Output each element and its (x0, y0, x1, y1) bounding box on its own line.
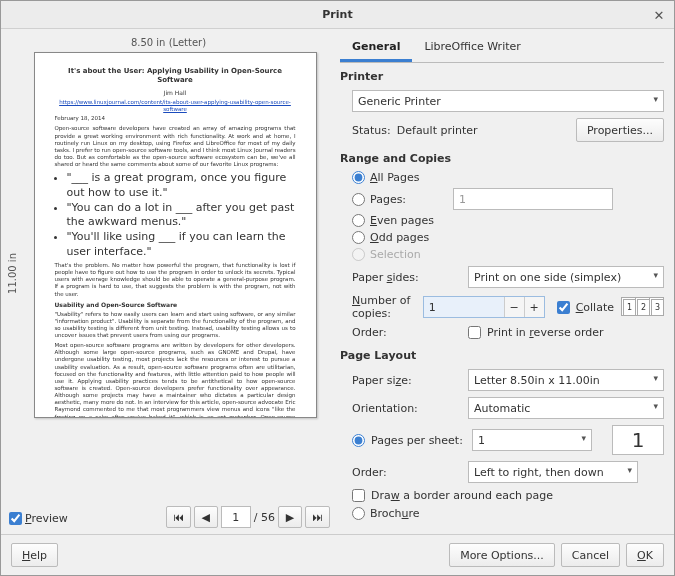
cancel-button[interactable]: Cancel (561, 543, 620, 567)
status-value: Default printer (397, 124, 478, 137)
radio-pages[interactable] (352, 193, 365, 206)
doc-bullets: "___ is a great program, once you figure… (67, 171, 296, 259)
collate-label: Collate (576, 301, 614, 314)
doc-link: https://www.linuxjournal.com/content/its… (55, 99, 296, 113)
settings-pane: General LibreOffice Writer Printer Gener… (336, 29, 674, 534)
orientation-label: Orientation: (352, 402, 462, 415)
doc-author: Jim Hall (55, 89, 296, 97)
copies-label: Number of copies: (352, 294, 417, 320)
preview-pane: 8.50 in (Letter) 11.00 in It's about the… (1, 29, 336, 534)
radio-all-pages[interactable] (352, 171, 365, 184)
layout-order-label: Order: (352, 466, 462, 479)
help-button[interactable]: Help (11, 543, 58, 567)
copies-stepper[interactable]: − + (423, 296, 545, 318)
layout-order-select[interactable]: Left to right, then down (468, 461, 638, 483)
tab-general[interactable]: General (340, 33, 412, 62)
paper-size-select[interactable]: Letter 8.50in x 11.00in (468, 369, 664, 391)
page-preview: It's about the User: Applying Usability … (34, 52, 317, 418)
dialog-footer: Help More Options... Cancel OK (1, 534, 674, 575)
nav-last-button[interactable]: ⏭ (305, 506, 330, 528)
properties-button[interactable]: Properties... (576, 118, 664, 142)
orientation-select[interactable]: Automatic (468, 397, 664, 419)
doc-p4: Most open-source software programs are w… (55, 342, 296, 418)
reverse-label: Print in reverse order (487, 326, 604, 339)
collate-icon: 123 (623, 299, 664, 316)
doc-p1: Open-source software developers have cre… (55, 125, 296, 168)
radio-odd[interactable] (352, 231, 365, 244)
ok-button[interactable]: OK (626, 543, 664, 567)
tab-writer[interactable]: LibreOffice Writer (412, 33, 532, 62)
collate-checkbox[interactable] (557, 301, 570, 314)
pages-input[interactable] (453, 188, 613, 210)
nav-prev-button[interactable]: ◀ (194, 506, 218, 528)
paper-sides-select[interactable]: Print on one side (simplex) (468, 266, 664, 288)
next-icon: ▶ (286, 511, 294, 524)
order-label: Order: (352, 326, 462, 339)
paper-size-label: Paper size: (352, 374, 462, 387)
pps-label: Pages per sheet: (371, 434, 466, 447)
radio-selection-label: Selection (370, 248, 421, 261)
first-icon: ⏮ (173, 511, 184, 524)
titlebar: Print ✕ (1, 1, 674, 29)
doc-p3: "Usability" refers to how easily users c… (55, 311, 296, 340)
doc-date: February 18, 2014 (55, 115, 296, 122)
border-label: Draw a border around each page (371, 489, 553, 502)
ruler-width: 8.50 in (Letter) (7, 37, 330, 48)
radio-even-label: Even pages (370, 214, 434, 227)
radio-selection (352, 248, 365, 261)
preview-nav: Preview ⏮ ◀ / 56 ▶ ⏭ (7, 506, 330, 528)
radio-pages-label: Pages: (370, 193, 448, 206)
window-title: Print (322, 8, 352, 21)
copies-minus[interactable]: − (504, 297, 524, 317)
reverse-checkbox[interactable] (468, 326, 481, 339)
radio-all-pages-label: All Pages (370, 171, 420, 184)
nav-first-button[interactable]: ⏮ (166, 506, 191, 528)
copies-plus[interactable]: + (524, 297, 544, 317)
radio-pps[interactable] (352, 434, 365, 447)
close-icon[interactable]: ✕ (652, 8, 666, 22)
doc-h1: Usability and Open-Source Software (55, 301, 296, 309)
ruler-height: 11.00 in (7, 253, 18, 294)
status-label: Status: (352, 124, 391, 137)
radio-odd-label: Odd pages (370, 231, 429, 244)
tab-bar: General LibreOffice Writer (340, 33, 664, 63)
brochure-label: Brochure (370, 507, 420, 520)
section-layout: Page Layout (340, 349, 664, 362)
dialog-body: 8.50 in (Letter) 11.00 in It's about the… (1, 29, 674, 534)
nav-next-button[interactable]: ▶ (278, 506, 302, 528)
preview-checkbox[interactable] (9, 512, 22, 525)
nav-page-input[interactable] (221, 506, 251, 528)
section-range: Range and Copies (340, 152, 664, 165)
section-printer: Printer (340, 70, 664, 83)
doc-p2: That's the problem. No matter how powerf… (55, 262, 296, 298)
paper-sides-label: Paper sides: (352, 271, 462, 284)
nav-total: / 56 (254, 511, 275, 524)
more-options-button[interactable]: More Options... (449, 543, 555, 567)
pps-select[interactable]: 1 (472, 429, 592, 451)
last-icon: ⏭ (312, 511, 323, 524)
radio-brochure[interactable] (352, 507, 365, 520)
pps-preview-icon: 1 (612, 425, 664, 455)
radio-even[interactable] (352, 214, 365, 227)
preview-checkbox-label: Preview (25, 512, 68, 525)
border-checkbox[interactable] (352, 489, 365, 502)
doc-title: It's about the User: Applying Usability … (55, 67, 296, 85)
prev-icon: ◀ (202, 511, 210, 524)
copies-input[interactable] (424, 297, 504, 317)
printer-select[interactable]: Generic Printer (352, 90, 664, 112)
